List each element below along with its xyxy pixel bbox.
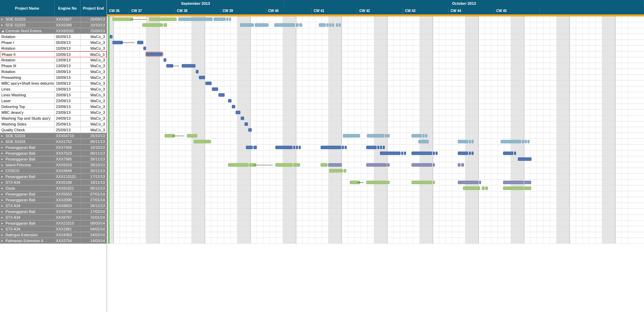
project-row[interactable]: ▸COSCOXXX364926/11/13 (0, 168, 107, 174)
timeline-row[interactable] (107, 75, 644, 81)
expand-icon[interactable]: ▸ (1, 140, 5, 143)
expand-icon[interactable]: ▸ (1, 23, 5, 27)
timeline-row[interactable] (107, 22, 644, 28)
task-row[interactable]: Phase II10/09/13WaCo_3 (0, 51, 107, 57)
timeline-row[interactable] (107, 185, 644, 191)
gantt-bar[interactable] (255, 23, 269, 27)
gantt-bar[interactable] (461, 163, 464, 167)
timeline-row[interactable] (107, 232, 644, 238)
gantt-bar[interactable] (326, 23, 329, 27)
collapse-icon[interactable]: ◢ (1, 29, 5, 33)
gantt-bar[interactable] (404, 152, 406, 155)
timeline-row[interactable] (107, 40, 644, 46)
gantt-bar[interactable] (321, 146, 341, 149)
gantt-bar[interactable] (380, 152, 401, 155)
expand-icon[interactable]: ▸ (1, 198, 5, 202)
gantt-bar[interactable] (433, 152, 435, 155)
task-row[interactable]: Laser23/09/13WaCo_3 (0, 98, 107, 104)
project-row[interactable]: ▸SOE S1015XXX292725/09/13 (0, 16, 107, 22)
task-row[interactable]: Deburring Top23/09/13WaCo_3 (0, 104, 107, 110)
gantt-bar[interactable] (436, 152, 438, 155)
project-row[interactable]: ▸Pesanggaran BaliXXX11010117/12/13 (0, 174, 107, 180)
gantt-bar[interactable] (366, 163, 387, 167)
expand-icon[interactable]: ▸ (1, 227, 5, 231)
gantt-bar[interactable] (472, 140, 474, 143)
gantt-bar[interactable] (245, 122, 248, 126)
gantt-bar[interactable] (472, 152, 474, 155)
task-row[interactable]: MBC ass'y+Shaft lines deburring18/09/13W… (0, 81, 107, 86)
gantt-bar[interactable] (433, 163, 435, 167)
col-header-engine[interactable]: Engine No (55, 0, 81, 16)
gantt-bar[interactable] (387, 163, 390, 167)
gantt-bar[interactable] (339, 23, 341, 27)
expand-icon[interactable]: ▸ (1, 169, 5, 172)
expand-icon[interactable]: ▸ (1, 175, 5, 178)
project-row[interactable]: ▸Balingue ExtensionXXX436324/02/14 (0, 232, 107, 238)
project-row[interactable]: ▸Pesanggaran BaliXXX752306/11/13 (0, 151, 107, 156)
task-row[interactable]: Phase III13/09/13WaCo_3 (0, 63, 107, 69)
project-row[interactable]: ▸Pesanggaran BaliXXX979017/02/14 (0, 209, 107, 215)
gantt-bar[interactable] (229, 17, 231, 21)
project-row[interactable]: ◢Centrale Nord ExtensXXX9310225/09/13 (0, 28, 107, 34)
expand-icon[interactable]: ▸ (1, 181, 5, 184)
expand-icon[interactable]: ▸ (1, 134, 5, 137)
gantt-bar[interactable] (274, 23, 295, 27)
task-row[interactable]: Rotation10/09/13WaCo_3 (0, 46, 107, 51)
gantt-bar[interactable] (182, 64, 195, 68)
gantt-bar[interactable] (463, 187, 480, 190)
gantt-bar[interactable] (524, 181, 531, 184)
gantt-bar[interactable] (112, 17, 133, 21)
timeline-row[interactable] (107, 197, 644, 203)
timeline-row[interactable] (107, 168, 644, 174)
gantt-bar[interactable] (377, 146, 379, 149)
expand-icon[interactable]: ▸ (1, 187, 5, 190)
gantt-bar[interactable] (232, 105, 235, 108)
gantt-bar[interactable] (425, 134, 427, 137)
expand-icon[interactable]: ▸ (1, 192, 5, 196)
project-row[interactable]: ▸STX A34XXX982326/12/13 (0, 203, 107, 209)
gantt-bar[interactable] (458, 181, 478, 184)
gantt-bar[interactable] (187, 134, 197, 137)
gantt-bar[interactable] (412, 181, 432, 184)
task-row[interactable]: Prewashing18/09/13WaCo_3 (0, 75, 107, 81)
project-row[interactable]: ▸Island PrincessXXX931928/10/13 (0, 162, 107, 168)
timeline-row[interactable] (107, 63, 644, 69)
gantt-bar[interactable] (164, 58, 166, 62)
timeline-body[interactable] (107, 16, 644, 244)
timeline-row[interactable] (107, 238, 644, 244)
gantt-bar[interactable] (412, 134, 422, 137)
expand-icon[interactable]: ▸ (1, 221, 5, 225)
gantt-bar[interactable] (458, 163, 461, 167)
gantt-bar[interactable] (293, 163, 300, 167)
project-row[interactable]: ▸Palmarejo Extension IIXXX275414/03/14 (0, 238, 107, 244)
task-row[interactable]: Rotation05/09/13WaCo_3 (0, 34, 107, 40)
gantt-bar[interactable] (299, 146, 301, 149)
gantt-bar[interactable] (212, 87, 218, 91)
gantt-bar[interactable] (246, 146, 253, 149)
timeline-row[interactable] (107, 86, 644, 92)
expand-icon[interactable]: ▸ (1, 146, 5, 149)
project-row[interactable]: ▸STX A34XXX876715/01/14 (0, 215, 107, 220)
timeline-row[interactable] (107, 220, 644, 226)
expand-icon[interactable]: ▸ (1, 157, 5, 161)
project-row[interactable]: ▸Pesanggaran BaliXXX209827/01/14 (0, 197, 107, 203)
timeline-row[interactable] (107, 16, 644, 22)
gantt-bar[interactable] (527, 140, 529, 143)
gantt-bar[interactable] (228, 163, 249, 167)
gantt-bar[interactable] (383, 146, 385, 149)
gantt-bar[interactable] (366, 146, 377, 149)
expand-icon[interactable]: ▸ (1, 17, 5, 21)
gantt-bar[interactable] (142, 23, 163, 27)
timeline-row[interactable] (107, 28, 644, 34)
gantt-bar[interactable] (458, 152, 468, 155)
gantt-bar[interactable] (469, 140, 471, 143)
project-row[interactable]: ▸OasisXXX9102106/12/13 (0, 185, 107, 191)
gantt-bar[interactable] (293, 146, 295, 149)
gantt-bar[interactable] (525, 140, 527, 143)
gantt-bar[interactable] (241, 117, 244, 120)
gantt-bar[interactable] (137, 41, 143, 44)
gantt-bar[interactable] (458, 140, 468, 143)
gantt-bar[interactable] (503, 181, 524, 184)
timeline-row[interactable] (107, 133, 644, 139)
gantt-bar[interactable] (110, 35, 112, 38)
